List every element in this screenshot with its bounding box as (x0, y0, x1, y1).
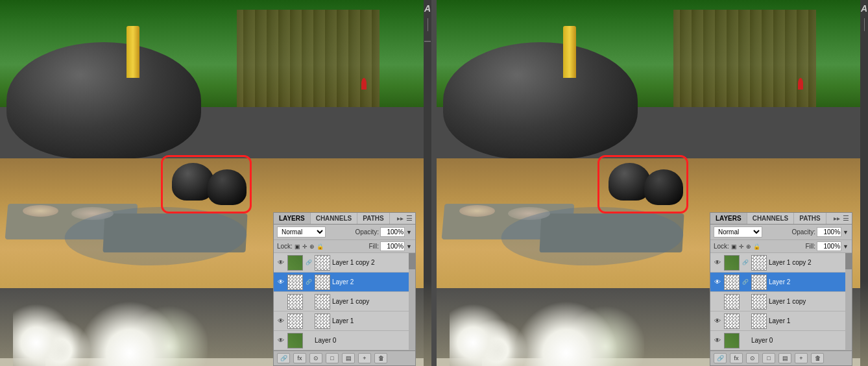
right-eye-4[interactable]: 👁 (713, 336, 722, 345)
right-eye-0[interactable]: 👁 (713, 258, 722, 267)
right-fill-input[interactable] (817, 241, 841, 251)
left-eye-4[interactable]: 👁 (276, 336, 285, 345)
right-footer-fx[interactable]: fx (730, 353, 743, 363)
tab-layers-right[interactable]: LAYERS (710, 213, 747, 224)
right-link-3 (741, 317, 749, 325)
right-layers-panel-inner: LAYERS CHANNELS PATHS ▸▸ ☰ Normal Opacit… (710, 212, 852, 366)
left-ps-pipe: | (422, 40, 432, 47)
right-footer-mask[interactable]: □ (762, 353, 775, 363)
right-layers-tabs: LAYERS CHANNELS PATHS ▸▸ ☰ (710, 213, 852, 225)
left-layer-item-4[interactable]: 👁 Layer 0 (274, 331, 415, 350)
tab-channels-right[interactable]: CHANNELS (747, 213, 795, 224)
wooden-fence (237, 10, 380, 107)
big-pot (6, 42, 201, 159)
left-lock-row: Lock: ▣ ✛ ⊕ 🔒 Fill: ▼ (274, 240, 415, 253)
right-layer-item-1[interactable]: 👁 🔗 Layer 2 (710, 273, 852, 292)
left-layer-item-1[interactable]: 👁 🔗 Layer 2 (274, 273, 415, 292)
left-footer-group[interactable]: ▤ (342, 353, 355, 363)
right-opacity-label: Opacity: (791, 228, 815, 236)
tab-menu-icon[interactable]: ☰ (406, 214, 413, 223)
right-tab-expand-icon[interactable]: ▸▸ (834, 215, 840, 222)
left-footer-new[interactable]: + (358, 353, 371, 363)
left-lock-label: Lock: (277, 243, 293, 250)
left-mask-2 (315, 294, 330, 310)
left-lock-all[interactable]: 🔒 (317, 243, 324, 250)
right-layer-scroll-thumb[interactable] (845, 253, 852, 269)
left-lock-art[interactable]: ⊕ (309, 243, 315, 250)
small-pot-2 (208, 169, 247, 205)
right-link-4 (741, 337, 749, 345)
right-blend-mode[interactable]: Normal (714, 226, 762, 238)
left-thumb-4 (287, 333, 303, 348)
tab-layers-left[interactable]: LAYERS (274, 213, 311, 224)
right-layer-name-0: Layer 1 copy 2 (769, 259, 849, 266)
left-eye-0[interactable]: 👁 (276, 258, 285, 267)
left-lock-checkerboard[interactable]: ▣ (295, 243, 300, 250)
right-lock-all[interactable]: 🔒 (753, 243, 760, 250)
right-footer-adjustment[interactable]: ⊙ (746, 353, 759, 363)
left-opacity-label: Opacity: (355, 228, 379, 236)
left-fill-input[interactable] (380, 241, 405, 251)
right-thumb-4 (724, 333, 740, 348)
left-mask-1 (315, 274, 330, 290)
right-ps-letter-a: A (860, 0, 868, 17)
bowl-1 (23, 205, 58, 217)
right-opacity-input[interactable] (817, 227, 841, 237)
left-opacity-input[interactable] (380, 227, 405, 237)
right-footer-delete[interactable]: 🗑 (811, 353, 824, 363)
left-layer-item-3[interactable]: 👁 Layer 1 (274, 311, 415, 331)
right-eye-3[interactable]: 👁 (713, 317, 722, 326)
right-lock-art[interactable]: ⊕ (746, 243, 751, 250)
tab-paths-left[interactable]: PATHS (357, 213, 389, 224)
right-footer-new[interactable]: + (795, 353, 808, 363)
left-fill-arrow[interactable]: ▼ (406, 243, 412, 250)
right-layer-item-0[interactable]: 👁 🔗 Layer 1 copy 2 (710, 253, 852, 273)
left-opacity-arrow[interactable]: ▼ (406, 229, 412, 236)
left-mask-3 (315, 313, 330, 329)
left-mask-0 (315, 255, 330, 271)
left-layer-name-1: Layer 2 (332, 278, 413, 286)
right-lock-checkerboard[interactable]: ▣ (731, 243, 737, 250)
left-blend-mode[interactable]: Normal (277, 226, 326, 238)
left-link-2 (305, 298, 313, 306)
right-opacity-arrow[interactable]: ▼ (843, 229, 849, 236)
left-layer-item-2[interactable]: 👁 Layer 1 copy (274, 292, 415, 311)
left-layer-scrollbar[interactable] (409, 253, 415, 350)
right-yellow-candle (563, 26, 576, 78)
right-mask-1 (751, 274, 767, 290)
right-lock-move[interactable]: ✛ (739, 243, 744, 250)
right-small-pot-2 (644, 169, 683, 205)
right-fill-arrow[interactable]: ▼ (843, 243, 849, 250)
tab-expand-icon[interactable]: ▸▸ (397, 215, 404, 222)
left-eye-3[interactable]: 👁 (276, 317, 285, 326)
left-layer-name-3: Layer 1 (332, 317, 413, 324)
right-layer-item-4[interactable]: 👁 Layer 0 (710, 331, 852, 350)
left-ps-divider (428, 18, 428, 31)
left-layer-item-0[interactable]: 👁 🔗 Layer 1 copy 2 (274, 253, 415, 273)
left-footer-fx[interactable]: fx (293, 353, 306, 363)
tab-channels-left[interactable]: CHANNELS (311, 213, 358, 224)
left-thumb-3 (287, 313, 303, 329)
left-layers-tabs: LAYERS CHANNELS PATHS ▸▸ ☰ (274, 213, 415, 225)
left-eye-1[interactable]: 👁 (276, 278, 285, 287)
right-footer-group[interactable]: ▤ (778, 353, 791, 363)
left-layers-footer: 🔗 fx ⊙ □ ▤ + 🗑 (274, 350, 415, 365)
right-flowers-center (514, 301, 644, 366)
left-footer-delete[interactable]: 🗑 (374, 353, 387, 363)
red-figure (361, 78, 367, 90)
left-footer-link[interactable]: 🔗 (277, 353, 290, 363)
left-layer-scroll-thumb[interactable] (409, 253, 415, 269)
tab-paths-right[interactable]: PATHS (794, 213, 826, 224)
left-footer-mask[interactable]: □ (326, 353, 339, 363)
right-footer-link[interactable]: 🔗 (714, 353, 727, 363)
right-layer-item-3[interactable]: 👁 Layer 1 (710, 311, 852, 331)
main-container: LAYERS CHANNELS PATHS ▸▸ ☰ Normal Opacit… (0, 0, 868, 366)
left-lock-move[interactable]: ✛ (302, 243, 307, 250)
right-layer-scrollbar[interactable] (845, 253, 852, 350)
right-thumb-3 (724, 313, 740, 329)
right-opacity-control: Opacity: ▼ (791, 227, 849, 237)
left-footer-adjustment[interactable]: ⊙ (309, 353, 322, 363)
right-layer-item-2[interactable]: 👁 Layer 1 copy (710, 292, 852, 311)
right-tab-menu-icon[interactable]: ☰ (843, 214, 849, 223)
right-eye-1[interactable]: 👁 (713, 278, 722, 287)
